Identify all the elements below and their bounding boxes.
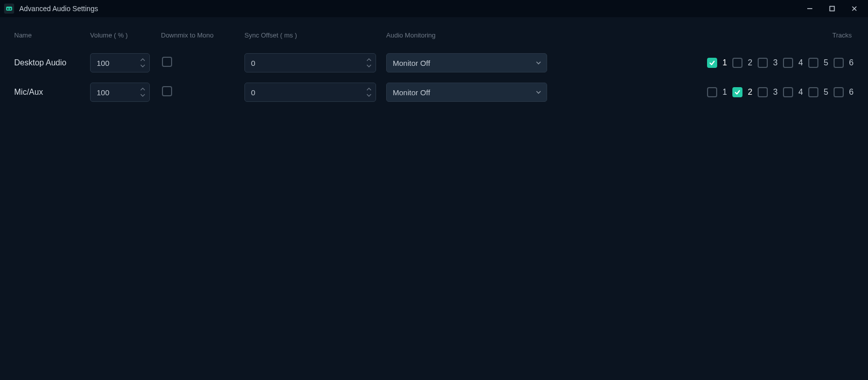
volume-value: 100 bbox=[97, 59, 109, 67]
track-checkbox-1[interactable] bbox=[707, 87, 717, 97]
volume-input[interactable]: 100 bbox=[90, 53, 150, 72]
monitoring-select[interactable]: Monitor Off bbox=[386, 83, 547, 102]
track-label: 1 bbox=[722, 88, 727, 97]
window-title: Advanced Audio Settings bbox=[19, 5, 98, 13]
header-name: Name bbox=[14, 31, 90, 39]
downmix-checkbox[interactable] bbox=[162, 86, 172, 96]
track-checkbox-6[interactable] bbox=[834, 58, 844, 68]
track-label: 5 bbox=[823, 58, 829, 67]
track-checkbox-4[interactable] bbox=[783, 58, 793, 68]
table-row: Mic/Aux1000Monitor Off123456 bbox=[14, 78, 854, 107]
minimize-button[interactable] bbox=[802, 1, 817, 16]
monitoring-value: Monitor Off bbox=[393, 59, 430, 67]
track-checkbox-5[interactable] bbox=[808, 87, 818, 97]
svg-rect-1 bbox=[830, 7, 835, 11]
source-name: Mic/Aux bbox=[14, 88, 90, 97]
maximize-button[interactable] bbox=[824, 1, 840, 16]
sync-offset-value: 0 bbox=[251, 88, 255, 97]
volume-value: 100 bbox=[97, 88, 109, 97]
monitoring-select[interactable]: Monitor Off bbox=[386, 53, 547, 72]
header-sync-offset: Sync Offset ( ms ) bbox=[244, 31, 386, 39]
tracks-group: 123456 bbox=[548, 58, 854, 68]
spin-up-icon[interactable] bbox=[365, 57, 373, 63]
app-icon bbox=[4, 4, 14, 14]
track-label: 2 bbox=[748, 58, 753, 67]
chevron-down-icon bbox=[535, 54, 542, 72]
tracks-group: 123456 bbox=[548, 87, 854, 97]
titlebar: Advanced Audio Settings bbox=[0, 0, 868, 17]
track-checkbox-3[interactable] bbox=[758, 58, 768, 68]
spin-up-icon[interactable] bbox=[365, 86, 373, 92]
track-label: 6 bbox=[849, 88, 854, 97]
volume-input[interactable]: 100 bbox=[90, 83, 150, 102]
track-label: 5 bbox=[823, 88, 829, 97]
spin-up-icon[interactable] bbox=[139, 86, 146, 92]
spin-up-icon[interactable] bbox=[139, 57, 146, 63]
track-checkbox-5[interactable] bbox=[808, 58, 818, 68]
spin-down-icon[interactable] bbox=[365, 63, 373, 69]
track-label: 2 bbox=[748, 88, 753, 97]
content-area: Name Volume ( % ) Downmix to Mono Sync O… bbox=[0, 17, 868, 116]
spin-down-icon[interactable] bbox=[139, 63, 146, 69]
header-volume: Volume ( % ) bbox=[90, 31, 161, 39]
track-checkbox-4[interactable] bbox=[783, 87, 793, 97]
header-downmix: Downmix to Mono bbox=[161, 31, 244, 39]
track-label: 1 bbox=[722, 58, 727, 67]
header-monitoring: Audio Monitoring bbox=[386, 31, 548, 39]
close-button[interactable] bbox=[847, 1, 862, 16]
table-row: Desktop Audio1000Monitor Off123456 bbox=[14, 48, 854, 78]
sync-offset-value: 0 bbox=[251, 59, 255, 67]
spin-down-icon[interactable] bbox=[139, 92, 146, 98]
track-label: 3 bbox=[773, 58, 778, 67]
track-label: 3 bbox=[773, 88, 778, 97]
track-checkbox-1[interactable] bbox=[707, 58, 717, 68]
downmix-checkbox[interactable] bbox=[162, 57, 172, 67]
track-checkbox-2[interactable] bbox=[732, 58, 742, 68]
track-checkbox-6[interactable] bbox=[834, 87, 844, 97]
sync-offset-input[interactable]: 0 bbox=[244, 83, 376, 102]
source-name: Desktop Audio bbox=[14, 58, 90, 67]
track-checkbox-2[interactable] bbox=[732, 87, 742, 97]
track-label: 4 bbox=[798, 88, 803, 97]
table-header: Name Volume ( % ) Downmix to Mono Sync O… bbox=[14, 26, 854, 48]
track-label: 6 bbox=[849, 58, 854, 67]
track-checkbox-3[interactable] bbox=[758, 87, 768, 97]
chevron-down-icon bbox=[535, 83, 542, 101]
sync-offset-input[interactable]: 0 bbox=[244, 53, 376, 72]
header-tracks: Tracks bbox=[548, 31, 854, 39]
monitoring-value: Monitor Off bbox=[393, 88, 430, 97]
spin-down-icon[interactable] bbox=[365, 92, 373, 98]
window-controls bbox=[802, 1, 864, 16]
track-label: 4 bbox=[798, 58, 803, 67]
